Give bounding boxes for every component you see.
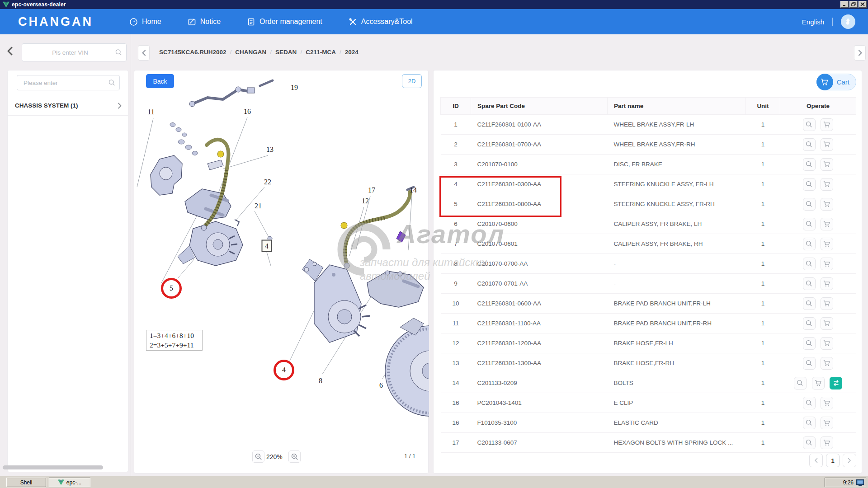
breadcrumb-item[interactable]: C211-MCA xyxy=(306,49,341,56)
add-to-cart-button[interactable] xyxy=(821,436,833,449)
cell-spare-part-code: C211F260301-1100-AA xyxy=(471,314,608,333)
diagram-callout-17[interactable]: 17 xyxy=(368,186,375,194)
cell-spare-part-code: C211F260301-0100-AA xyxy=(471,115,608,135)
add-to-cart-button[interactable] xyxy=(821,138,833,151)
view-part-button[interactable] xyxy=(803,238,816,250)
diagram-callout-21[interactable]: 21 xyxy=(255,202,262,210)
view-part-button[interactable] xyxy=(803,138,816,151)
close-button[interactable] xyxy=(859,1,867,8)
vin-search-input[interactable] xyxy=(22,43,127,61)
view-part-button[interactable] xyxy=(803,258,816,270)
add-to-cart-button[interactable] xyxy=(821,277,833,290)
view-part-button[interactable] xyxy=(803,417,816,429)
cell-unit: 1 xyxy=(746,314,780,333)
diagram-callout-6[interactable]: 6 xyxy=(379,381,383,389)
view-part-button[interactable] xyxy=(803,198,816,211)
breadcrumb-item[interactable]: SEDAN xyxy=(275,49,302,56)
nav-item-order-management[interactable]: Order management xyxy=(247,18,322,26)
view-part-button[interactable] xyxy=(803,218,816,230)
breadcrumb-item[interactable]: 2024 xyxy=(345,49,359,56)
add-to-cart-button[interactable] xyxy=(821,218,833,230)
parts-panel: Cart ID Spare Part Code Part name Unit O… xyxy=(433,70,862,474)
view-part-button[interactable] xyxy=(803,158,816,171)
diagram-callout-19[interactable]: 19 xyxy=(291,84,298,92)
view-part-button[interactable] xyxy=(803,277,816,290)
horizontal-scrollbar-thumb[interactable] xyxy=(3,465,103,469)
sidebar-item-chassis-system[interactable]: CHASSIS SYSTEM (1) xyxy=(8,96,128,116)
next-page-button[interactable] xyxy=(843,454,856,467)
nav-item-notice[interactable]: Notice xyxy=(188,18,221,26)
view-part-button[interactable] xyxy=(803,397,816,409)
view-part-button[interactable] xyxy=(803,357,816,370)
table-row: 7 C201070-0601 CALIPER ASSY, FR BRAKE, R… xyxy=(441,234,856,254)
diagram-panel: 19111613222117121486544 1=3+4+6+8+10 2=3… xyxy=(134,70,429,474)
view-part-button[interactable] xyxy=(803,118,816,131)
zoom-out-button[interactable] xyxy=(252,450,264,463)
view-part-button[interactable] xyxy=(803,297,816,310)
add-to-cart-button[interactable] xyxy=(821,357,833,370)
sidebar-collapse-button[interactable] xyxy=(5,44,15,58)
diagram-callout-4[interactable]: 4 xyxy=(262,240,272,252)
add-to-cart-button[interactable] xyxy=(821,258,833,270)
chevron-left-icon xyxy=(142,50,146,56)
diagram-callout-12[interactable]: 12 xyxy=(362,197,369,205)
user-avatar[interactable] xyxy=(841,14,855,29)
add-to-cart-button[interactable] xyxy=(821,337,833,350)
swap-part-button[interactable] xyxy=(830,377,842,389)
column-header-id: ID xyxy=(441,98,471,115)
diagram-callout-22[interactable]: 22 xyxy=(264,178,271,186)
cart-button[interactable]: Cart xyxy=(816,74,856,90)
view-part-button[interactable] xyxy=(803,337,816,350)
cell-unit: 1 xyxy=(746,294,780,314)
add-to-cart-button[interactable] xyxy=(821,317,833,330)
diagram-callout-8[interactable]: 8 xyxy=(319,377,322,385)
nav-item-accessary-tool[interactable]: Accessary&Tool xyxy=(349,18,413,26)
add-to-cart-button[interactable] xyxy=(821,417,833,429)
add-to-cart-button[interactable] xyxy=(812,377,825,389)
add-to-cart-button[interactable] xyxy=(821,158,833,171)
diagram-callout-5[interactable]: 5 xyxy=(161,278,182,299)
chevron-right-icon xyxy=(848,458,851,463)
add-to-cart-button[interactable] xyxy=(821,297,833,310)
breadcrumb-item[interactable]: SC7145KCA6.RUH2002 xyxy=(159,49,231,56)
diagram-callout-11[interactable]: 11 xyxy=(147,108,154,116)
2d-mode-button[interactable]: 2D xyxy=(402,74,422,88)
taskbar-epc-button[interactable]: epc-... xyxy=(49,478,90,487)
cell-spare-part-code: PC201043-1401 xyxy=(471,393,608,413)
category-search-input[interactable] xyxy=(17,75,120,90)
page-number-button[interactable]: 1 xyxy=(826,454,840,467)
taskbar-shell-button[interactable]: Shell xyxy=(6,478,46,487)
minimize-button[interactable] xyxy=(840,1,849,8)
cell-spare-part-code: C201133-0607 xyxy=(471,433,608,453)
diagram-callout-13[interactable]: 13 xyxy=(266,145,274,154)
restore-button[interactable] xyxy=(849,1,858,8)
diagram-callout-4[interactable]: 4 xyxy=(274,360,294,380)
breadcrumb-back-button[interactable] xyxy=(138,45,150,61)
search-icon xyxy=(806,121,812,128)
cell-id: 2 xyxy=(441,135,471,155)
sidebar: CHASSIS SYSTEM (1) xyxy=(0,34,131,476)
view-part-button[interactable] xyxy=(803,436,816,449)
add-to-cart-button[interactable] xyxy=(821,118,833,131)
view-part-button[interactable] xyxy=(803,317,816,330)
brand-logo[interactable]: CHANGAN xyxy=(18,15,93,29)
add-to-cart-button[interactable] xyxy=(821,397,833,409)
taskbar: Shell epc-... 9:26 xyxy=(0,476,868,488)
add-to-cart-button[interactable] xyxy=(821,198,833,211)
diagram-callout-14[interactable]: 14 xyxy=(410,186,417,194)
add-to-cart-button[interactable] xyxy=(821,178,833,191)
zoom-in-button[interactable] xyxy=(288,450,301,463)
breadcrumb-forward-button[interactable] xyxy=(854,45,866,61)
prev-page-button[interactable] xyxy=(809,454,823,467)
view-part-button[interactable] xyxy=(803,178,816,191)
language-selector[interactable]: English xyxy=(802,18,824,26)
view-part-button[interactable] xyxy=(794,377,807,389)
nav-item-home[interactable]: Home xyxy=(129,18,161,26)
breadcrumb-item[interactable]: CHANGAN xyxy=(235,49,272,56)
column-header-unit: Unit xyxy=(746,98,780,115)
table-row: 2 C211F260301-0700-AA WHEEL BRAKE ASSY,F… xyxy=(441,135,856,155)
add-to-cart-button[interactable] xyxy=(821,238,833,250)
table-row: 12 C211F260301-1200-AA BRAKE HOSE,FR-LH … xyxy=(441,333,856,353)
diagram-callout-16[interactable]: 16 xyxy=(244,108,251,116)
back-button[interactable]: Back xyxy=(146,74,174,88)
